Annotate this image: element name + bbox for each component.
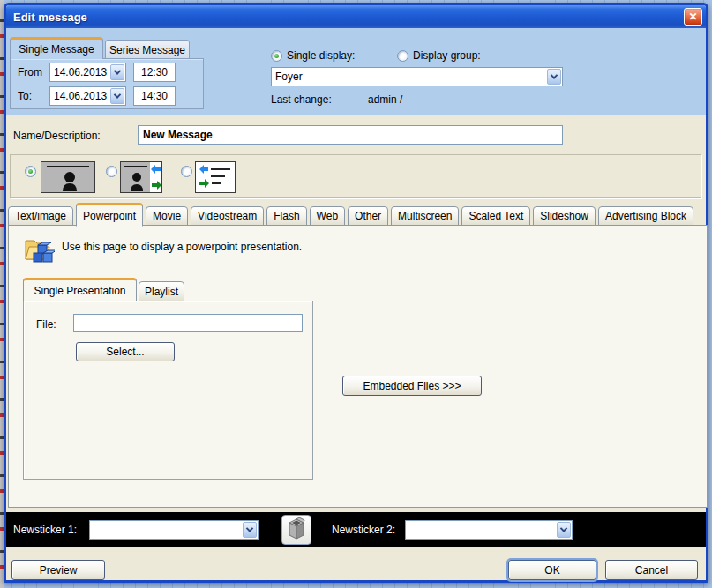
to-date-value: 14.06.2013 [54, 87, 108, 105]
tab-label: Multiscreen [398, 210, 452, 222]
to-date-dropdown[interactable]: 14.06.2013 [49, 86, 126, 106]
from-date-dropdown[interactable]: 14.06.2013 [49, 63, 126, 82]
tab-label: Movie [153, 210, 181, 222]
single-display-label: Single display: [287, 49, 355, 62]
schedule-panel: From 14.06.2013 12:30 To: 14.06.2013 14:… [10, 58, 204, 109]
tab-flash[interactable]: Flash [266, 206, 306, 226]
newsticker-package-button[interactable] [281, 515, 311, 545]
last-change-value: admin / [368, 93, 402, 106]
name-description-label: Name/Description: [13, 130, 101, 142]
powerpoint-description: Use this page to display a powerpoint pr… [62, 241, 302, 253]
tab-advertising-block[interactable]: Advertising Block [598, 206, 693, 226]
last-change-label: Last change: [271, 93, 332, 106]
powerpoint-panel: Use this page to display a powerpoint pr… [8, 225, 708, 508]
tab-label: Videostream [198, 210, 257, 222]
tab-playlist[interactable]: Playlist [139, 281, 184, 301]
from-time-value: 12:30 [141, 66, 168, 78]
tab-label: Scaled Text [468, 210, 523, 222]
edit-message-dialog: Edit message ✕ Single Message Series Mes… [4, 3, 708, 583]
from-date-value: 14.06.2013 [54, 63, 108, 81]
display-group-label: Display group: [413, 49, 481, 62]
to-label: To: [18, 90, 32, 102]
embedded-files-button[interactable]: Embedded Files >>> [342, 376, 482, 396]
tab-playlist-label: Playlist [145, 286, 178, 298]
tab-label: Web [317, 210, 338, 222]
file-input[interactable] [73, 314, 303, 332]
chevron-down-icon[interactable] [243, 522, 257, 538]
select-file-button[interactable]: Select... [76, 342, 175, 361]
from-label: From [18, 66, 42, 78]
main-section: Name/Description: [6, 115, 706, 580]
dialog-titlebar[interactable]: Edit message ✕ [6, 5, 706, 28]
dialog-title: Edit message [6, 11, 87, 24]
display-group-option[interactable]: Display group: [397, 49, 481, 62]
tab-multiscreen[interactable]: Multiscreen [391, 206, 459, 226]
chevron-down-icon[interactable] [547, 69, 561, 85]
ok-button[interactable]: OK [508, 560, 596, 580]
tab-series-message[interactable]: Series Message [105, 40, 190, 59]
tab-single-presentation[interactable]: Single Presentation [23, 278, 137, 301]
tab-label: Text/image [15, 210, 66, 222]
message-screen-arrows-icon [120, 161, 162, 197]
tab-label: Powerpoint [83, 210, 136, 222]
tab-web[interactable]: Web [310, 206, 345, 226]
newsticker2-dropdown[interactable] [405, 520, 573, 540]
name-description-input[interactable] [138, 125, 563, 145]
tab-videostream[interactable]: Videostream [191, 206, 264, 226]
tab-label: Flash [274, 210, 299, 222]
tab-series-message-label: Series Message [109, 44, 185, 56]
chevron-down-icon[interactable] [110, 64, 124, 80]
newsticker1-label: Newsticker 1: [13, 524, 77, 536]
tab-single-message[interactable]: Single Message [10, 37, 103, 59]
tab-movie[interactable]: Movie [146, 206, 188, 226]
single-display-radio[interactable] [271, 50, 282, 62]
type-screen-with-ticker-radio[interactable] [106, 166, 117, 177]
newsticker2-label: Newsticker 2: [332, 524, 395, 536]
type-list-radio[interactable] [181, 166, 192, 177]
single-display-option[interactable]: Single display: [271, 49, 355, 62]
message-list-icon [195, 161, 236, 197]
content-type-tabstrip: Text/image Powerpoint Movie Videostream … [8, 205, 704, 226]
tab-powerpoint[interactable]: Powerpoint [76, 203, 143, 227]
tab-slideshow[interactable]: Slideshow [533, 206, 596, 226]
display-dropdown-value: Foyer [275, 68, 544, 86]
tab-text-image[interactable]: Text/image [8, 206, 73, 226]
message-type-groupbox [10, 154, 701, 198]
tab-single-presentation-label: Single Presentation [34, 285, 125, 297]
display-group-radio[interactable] [397, 50, 408, 62]
newsticker1-dropdown[interactable] [89, 520, 259, 540]
powerpoint-folder-icon [23, 234, 55, 270]
to-time-value: 14:30 [141, 90, 168, 102]
tab-scaled-text[interactable]: Scaled Text [461, 206, 530, 226]
dialog-client-area: Single Message Series Message From 14.06… [6, 28, 706, 580]
type-fullscreen-radio[interactable] [25, 166, 36, 177]
single-presentation-panel: File: Select... [23, 301, 313, 480]
file-label: File: [36, 318, 56, 331]
tab-single-message-label: Single Message [19, 43, 94, 56]
to-time-field[interactable]: 14:30 [133, 86, 176, 106]
display-dropdown[interactable]: Foyer [271, 67, 563, 86]
preview-button[interactable]: Preview [11, 560, 105, 580]
close-icon[interactable]: ✕ [684, 8, 702, 26]
package-box-icon [287, 517, 306, 543]
message-screen-icon [41, 161, 95, 197]
tab-label: Other [355, 210, 381, 222]
chevron-down-icon[interactable] [557, 522, 571, 538]
newsticker-bar: Newsticker 1: [6, 512, 706, 547]
tab-other[interactable]: Other [348, 206, 388, 226]
tab-label: Advertising Block [605, 210, 686, 222]
cancel-button[interactable]: Cancel [605, 560, 698, 580]
tab-label: Slideshow [540, 210, 588, 222]
from-time-field[interactable]: 12:30 [133, 63, 176, 82]
chevron-down-icon[interactable] [110, 88, 124, 104]
schedule-section: Single Message Series Message From 14.06… [6, 28, 706, 115]
